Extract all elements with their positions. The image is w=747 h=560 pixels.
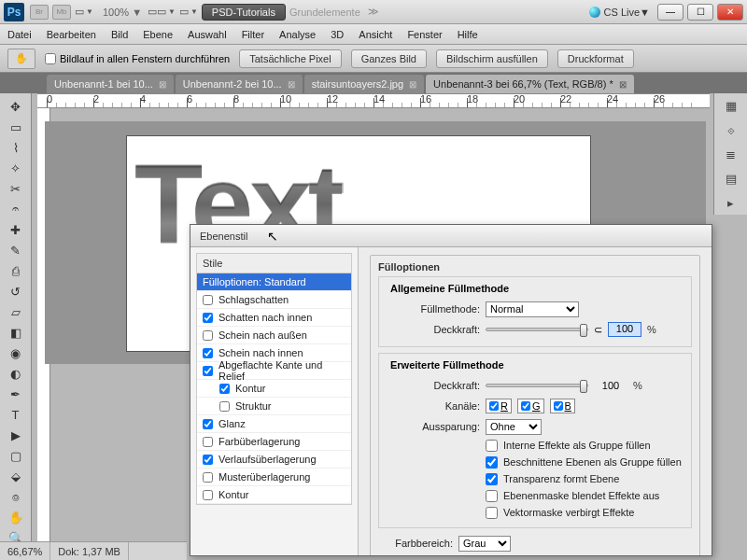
screen-mode-selector[interactable]: ▭▼ (75, 6, 93, 18)
style-checkbox[interactable] (203, 348, 213, 358)
knockout-select[interactable]: Ohne (486, 419, 542, 435)
workspace-other[interactable]: Grundelemente (289, 7, 360, 18)
style-row[interactable]: Schlagschatten (197, 291, 351, 309)
eraser-tool[interactable]: ▱ (5, 302, 27, 321)
path-select-tool[interactable]: ▶ (5, 426, 27, 444)
menu-3d[interactable]: 3D (331, 29, 344, 40)
fit-screen-button[interactable]: Ganzes Bild (351, 49, 427, 68)
arrange-selector[interactable]: ▭▼ (179, 6, 198, 18)
style-checkbox[interactable] (203, 295, 213, 305)
style-checkbox[interactable] (203, 437, 213, 447)
ruler-horizontal[interactable]: 02468101214161820222426 (37, 93, 710, 108)
wand-tool[interactable]: ✧ (5, 159, 27, 177)
menu-datei[interactable]: Datei (7, 29, 32, 40)
style-row[interactable]: Farbüberlagerung (197, 433, 351, 451)
menu-bild[interactable]: Bild (111, 29, 128, 40)
style-checkbox[interactable] (203, 313, 213, 323)
eyedropper-tool[interactable]: 𝄐 (5, 200, 27, 218)
brush-tool[interactable]: ✎ (5, 241, 27, 259)
play-icon[interactable]: ▸ (722, 194, 740, 211)
chk-interior[interactable] (486, 440, 498, 452)
document-tab-active[interactable]: Unbenannt-3 bei 66,7% (Text, RGB/8) *⊠ (426, 75, 634, 93)
print-size-button[interactable]: Druckformat (557, 49, 634, 68)
swatches-icon[interactable]: ▦ (722, 97, 740, 114)
scroll-all-checkbox[interactable]: Bildlauf in allen Fenstern durchführen (45, 53, 230, 64)
status-zoom[interactable]: 66,67% (0, 542, 50, 560)
window-close[interactable]: ✕ (717, 4, 743, 21)
close-icon[interactable]: ⊠ (409, 79, 416, 90)
menu-fenster[interactable]: Fenster (407, 29, 442, 40)
3d-tool[interactable]: ⬙ (5, 467, 27, 485)
minibridge-badge[interactable]: Mb (52, 5, 71, 20)
workspace-more-icon[interactable]: ≫ (368, 6, 379, 18)
style-row[interactable]: Musterüberlagerung (197, 469, 351, 486)
style-checkbox[interactable] (203, 490, 213, 500)
workspace-active[interactable]: PSD-Tutorials (202, 4, 286, 21)
shape-tool[interactable]: ▢ (5, 446, 27, 465)
actual-pixels-button[interactable]: Tatsächliche Pixel (239, 49, 341, 68)
move-tool[interactable]: ✥ (5, 97, 27, 116)
style-row[interactable]: Struktur (197, 398, 351, 415)
style-checkbox[interactable] (203, 330, 213, 341)
fill-opacity-slider[interactable] (486, 384, 588, 387)
menu-ebene[interactable]: Ebene (143, 29, 173, 40)
style-checkbox[interactable] (219, 384, 230, 394)
style-checkbox[interactable] (203, 366, 213, 376)
status-doc[interactable]: Dok: 1,37 MB (50, 542, 129, 560)
style-row[interactable]: Glanz (197, 415, 351, 433)
style-row[interactable]: Schein nach außen (197, 327, 351, 344)
chk-mask[interactable] (486, 490, 498, 502)
channel-b[interactable]: B (550, 399, 575, 413)
style-checkbox[interactable] (203, 419, 213, 429)
chk-vmask[interactable] (486, 507, 498, 519)
document-tab[interactable]: stairsuntoayers2.jpg⊠ (304, 75, 424, 93)
lasso-tool[interactable]: ⌇ (5, 138, 27, 157)
window-minimize[interactable]: — (657, 4, 684, 21)
crop-tool[interactable]: ✂ (5, 179, 27, 198)
bridge-badge[interactable]: Br (30, 5, 49, 20)
style-row[interactable]: Abgeflachte Kante und Relief (197, 362, 351, 380)
menu-analyse[interactable]: Analyse (279, 29, 316, 40)
brushes-icon[interactable]: ⟐ (722, 121, 740, 138)
history-brush-tool[interactable]: ↺ (5, 282, 27, 301)
style-row[interactable]: Fülloptionen: Standard (197, 273, 351, 291)
window-maximize[interactable]: ☐ (687, 4, 713, 21)
gradient-tool[interactable]: ◧ (5, 323, 27, 342)
dialog-titlebar[interactable]: Ebenenstil ↖ (190, 225, 712, 247)
opacity-link-icon[interactable]: ⊂ (594, 324, 602, 336)
hand-tool[interactable]: ✋ (5, 508, 27, 526)
style-row[interactable]: Kontur (197, 486, 351, 504)
document-tab[interactable]: Unbenannt-1 bei 10...⊠ (47, 75, 174, 93)
layers-icon[interactable]: ≣ (722, 146, 740, 162)
menu-hilfe[interactable]: Hilfe (458, 29, 478, 40)
style-row[interactable]: Kontur (197, 380, 351, 398)
blendif-select[interactable]: Grau (458, 536, 511, 552)
3d-camera-tool[interactable]: ⌾ (5, 487, 27, 506)
history-icon[interactable]: ▤ (722, 170, 740, 187)
close-icon[interactable]: ⊠ (288, 79, 295, 90)
fill-opacity-value[interactable]: 100 (594, 380, 627, 391)
close-icon[interactable]: ⊠ (159, 79, 166, 90)
style-row[interactable]: Verlaufsüberlagerung (197, 451, 351, 469)
stamp-tool[interactable]: ⎙ (5, 261, 27, 280)
chk-clipped[interactable] (486, 456, 498, 469)
chk-trans[interactable] (486, 473, 498, 485)
type-tool[interactable]: T (5, 405, 27, 424)
dodge-tool[interactable]: ◐ (5, 364, 27, 383)
tool-indicator[interactable]: ✋ (7, 49, 35, 69)
menu-ansicht[interactable]: Ansicht (359, 29, 392, 40)
fill-screen-button[interactable]: Bildschirm ausfüllen (436, 49, 548, 68)
style-checkbox[interactable] (203, 472, 213, 483)
opacity-slider[interactable] (486, 328, 588, 331)
menu-bearbeiten[interactable]: Bearbeiten (47, 29, 96, 40)
document-tab[interactable]: Unbenannt-2 bei 10...⊠ (176, 75, 303, 93)
menu-auswahl[interactable]: Auswahl (188, 29, 227, 40)
close-icon[interactable]: ⊠ (619, 79, 627, 90)
menu-filter[interactable]: Filter (242, 29, 264, 40)
marquee-tool[interactable]: ▭ (5, 118, 27, 136)
style-checkbox[interactable] (219, 401, 230, 412)
blend-mode-select[interactable]: Normal (486, 301, 579, 317)
channel-r[interactable]: R (486, 399, 512, 413)
styles-header[interactable]: Stile (196, 253, 352, 273)
zoom-level[interactable]: 100% ▼ (103, 7, 142, 18)
